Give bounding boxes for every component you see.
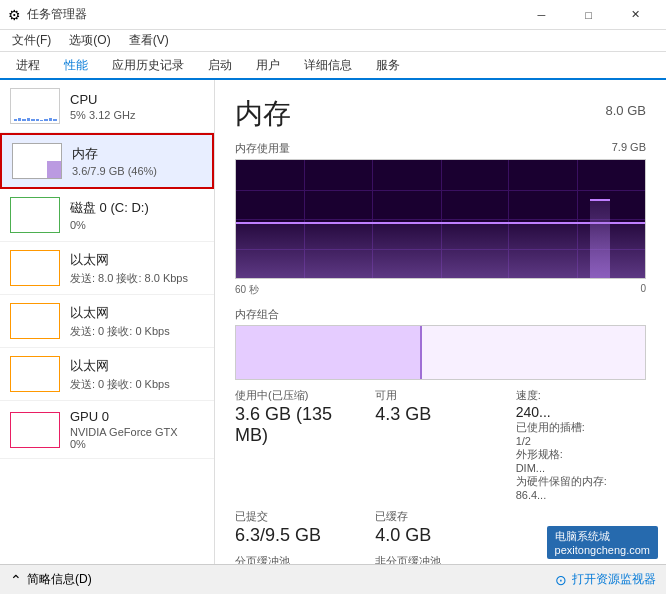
chevron-up-icon: ⌃	[10, 572, 22, 588]
cpu-label: CPU	[70, 92, 204, 107]
sidebar: CPU 5% 3.12 GHz 内存 3.6/7.9 GB (46%) 磁盘 0…	[0, 80, 215, 564]
comp-used-fill	[236, 326, 420, 379]
memory-graph-fill	[236, 224, 645, 278]
sidebar-item-gpu[interactable]: GPU 0 NVIDIA GeForce GTX0%	[0, 401, 214, 459]
tab-performance[interactable]: 性能	[52, 53, 100, 80]
maximize-button[interactable]: □	[566, 0, 611, 30]
graph-time-labels: 60 秒 0	[235, 283, 646, 297]
resource-monitor-button[interactable]: ⊙ 打开资源监视器	[555, 571, 656, 588]
eth2-label: 以太网	[70, 304, 204, 322]
stat-placeholder	[516, 509, 646, 546]
memory-usage-graph	[235, 159, 646, 279]
memory-graph-line	[236, 222, 645, 224]
tab-startup[interactable]: 启动	[196, 53, 244, 80]
stat-form-label: 外形规格:	[516, 447, 646, 462]
eth1-thumbnail	[10, 250, 60, 286]
time-end: 0	[640, 283, 646, 297]
stat-cached-label: 已缓存	[375, 509, 505, 524]
summary-label: 简略信息(D)	[27, 571, 92, 588]
disk-value: 0%	[70, 219, 204, 231]
monitor-icon: ⊙	[555, 572, 567, 588]
memory-composition-graph	[235, 325, 646, 380]
menu-options[interactable]: 选项(O)	[61, 30, 118, 51]
comp-divider	[420, 326, 422, 379]
stat-committed-value: 6.3/9.5 GB	[235, 525, 365, 546]
menu-file[interactable]: 文件(F)	[4, 30, 59, 51]
cpu-value: 5% 3.12 GHz	[70, 109, 204, 121]
stat-inuse: 使用中(已压缩) 3.6 GB (135 MB)	[235, 388, 365, 501]
comp-section-label: 内存组合	[235, 307, 646, 322]
monitor-label: 打开资源监视器	[572, 571, 656, 588]
total-value: 8.0 GB	[606, 103, 646, 118]
stat-committed-label: 已提交	[235, 509, 365, 524]
gpu-value: NVIDIA GeForce GTX0%	[70, 426, 204, 450]
tab-details[interactable]: 详细信息	[292, 53, 364, 80]
stat-slot-value: 1/2	[516, 435, 646, 447]
usage-section-label: 内存使用量 7.9 GB	[235, 141, 646, 156]
stat-cached: 已缓存 4.0 GB	[375, 509, 505, 546]
main-content: CPU 5% 3.12 GHz 内存 3.6/7.9 GB (46%) 磁盘 0…	[0, 80, 666, 564]
close-button[interactable]: ✕	[613, 0, 658, 30]
menu-view[interactable]: 查看(V)	[121, 30, 177, 51]
panel-header: 内存 8.0 GB	[235, 95, 646, 133]
eth3-label: 以太网	[70, 357, 204, 375]
eth1-label: 以太网	[70, 251, 204, 269]
stat-inuse-label: 使用中(已压缩)	[235, 388, 365, 403]
app-title: 任务管理器	[27, 6, 87, 23]
memory-label: 内存	[72, 145, 202, 163]
stat-cached-value: 4.0 GB	[375, 525, 505, 546]
memory-graph-spike	[590, 201, 610, 278]
panel-title: 内存	[235, 95, 291, 133]
stats-grid: 使用中(已压缩) 3.6 GB (135 MB) 可用 4.3 GB 速度: 2…	[235, 388, 646, 564]
gpu-thumbnail	[10, 412, 60, 448]
stat-available-label: 可用	[375, 388, 505, 403]
stat-paged-label: 分页缓冲池	[235, 554, 365, 564]
stat-reserved-value: 86.4...	[516, 489, 646, 501]
sidebar-item-disk[interactable]: 磁盘 0 (C: D:) 0%	[0, 189, 214, 242]
time-start: 60 秒	[235, 283, 259, 297]
stat-speed: 速度: 240... 已使用的插槽: 1/2 外形规格: DIM... 为硬件保…	[516, 388, 646, 501]
eth3-value: 发送: 0 接收: 0 Kbps	[70, 377, 204, 392]
tab-services[interactable]: 服务	[364, 53, 412, 80]
sidebar-item-cpu[interactable]: CPU 5% 3.12 GHz	[0, 80, 214, 133]
sidebar-item-memory[interactable]: 内存 3.6/7.9 GB (46%)	[0, 133, 214, 189]
sidebar-item-eth1[interactable]: 以太网 发送: 8.0 接收: 8.0 Kbps	[0, 242, 214, 295]
stat-available: 可用 4.3 GB	[375, 388, 505, 501]
tab-bar: 进程 性能 应用历史记录 启动 用户 详细信息 服务	[0, 52, 666, 80]
eth3-thumbnail	[10, 356, 60, 392]
stat-committed: 已提交 6.3/9.5 GB	[235, 509, 365, 546]
sidebar-item-eth2[interactable]: 以太网 发送: 0 接收: 0 Kbps	[0, 295, 214, 348]
summary-button[interactable]: ⌃ 简略信息(D)	[10, 571, 92, 588]
disk-label: 磁盘 0 (C: D:)	[70, 199, 204, 217]
title-bar: ⚙ 任务管理器 ─ □ ✕	[0, 0, 666, 30]
stat-speed-label: 速度:	[516, 388, 646, 403]
tab-history[interactable]: 应用历史记录	[100, 53, 196, 80]
stat-inuse-value: 3.6 GB (135 MB)	[235, 404, 365, 446]
stat-form-value: DIM...	[516, 462, 646, 474]
memory-thumbnail	[12, 143, 62, 179]
cpu-thumbnail	[10, 88, 60, 124]
stat-nonpaged-label: 非分页缓冲池	[375, 554, 505, 564]
sidebar-item-eth3[interactable]: 以太网 发送: 0 接收: 0 Kbps	[0, 348, 214, 401]
stat-paged: 分页缓冲池 324 MB	[235, 554, 365, 564]
stat-available-value: 4.3 GB	[375, 404, 505, 425]
stat-slot-label: 已使用的插槽:	[516, 420, 646, 435]
stat-placeholder2	[516, 554, 646, 564]
eth1-value: 发送: 8.0 接收: 8.0 Kbps	[70, 271, 204, 286]
eth2-thumbnail	[10, 303, 60, 339]
disk-thumbnail	[10, 197, 60, 233]
stat-reserved-label: 为硬件保留的内存:	[516, 474, 646, 489]
app-icon: ⚙	[8, 7, 21, 23]
tab-process[interactable]: 进程	[4, 53, 52, 80]
menu-bar: 文件(F) 选项(O) 查看(V)	[0, 30, 666, 52]
tab-users[interactable]: 用户	[244, 53, 292, 80]
eth2-value: 发送: 0 接收: 0 Kbps	[70, 324, 204, 339]
stat-nonpaged: 非分页缓冲池 180 MB	[375, 554, 505, 564]
minimize-button[interactable]: ─	[519, 0, 564, 30]
panel-total: 8.0 GB	[606, 103, 646, 118]
right-panel: 内存 8.0 GB 内存使用量 7.9 GB	[215, 80, 666, 564]
stat-speed-value: 240...	[516, 404, 646, 420]
memory-graph-spike-line	[590, 199, 610, 201]
memory-value: 3.6/7.9 GB (46%)	[72, 165, 202, 177]
gpu-label: GPU 0	[70, 409, 204, 424]
